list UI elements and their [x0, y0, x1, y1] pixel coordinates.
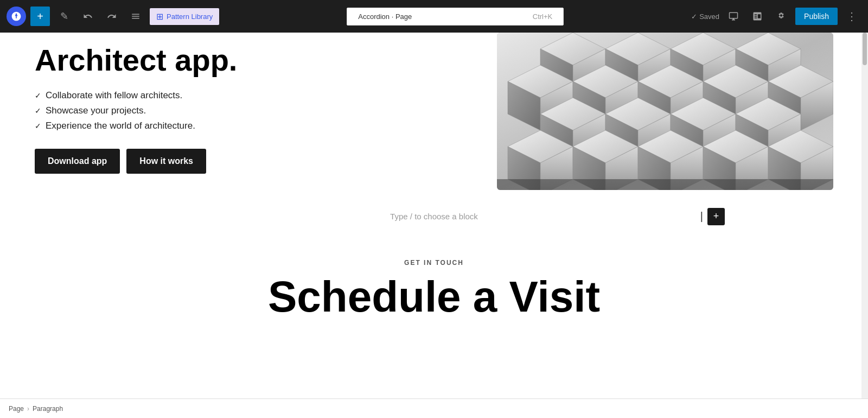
publish-button[interactable]: Publish [795, 8, 838, 25]
feature-text-1: Collaborate with fellow architects. [46, 90, 182, 101]
empty-block-area[interactable]: Type / to choose a block | + [35, 190, 833, 243]
check-icon-3: ✓ [35, 122, 41, 130]
section-title: Schedule a Visit [35, 275, 833, 319]
feature-item-1: ✓ Collaborate with fellow architects. [35, 90, 475, 101]
edit-tool-button[interactable]: ✎ [54, 7, 74, 26]
feature-text-3: Experience the world of architecture. [46, 121, 195, 131]
page-title-text: Accordion · Page [358, 12, 412, 21]
blocks-button[interactable] [748, 7, 767, 26]
check-icon-1: ✓ [35, 91, 41, 100]
undo-button[interactable] [78, 7, 98, 26]
hero-text: Architect app. ✓ Collaborate with fellow… [35, 43, 475, 174]
pattern-library-button[interactable]: ⊞ Pattern Library [150, 8, 219, 25]
add-block-button[interactable]: + [30, 7, 50, 26]
check-icon-2: ✓ [35, 106, 41, 115]
cta-buttons: Download app How it works [35, 149, 475, 174]
status-bar: Page › Paragraph [0, 398, 868, 418]
section-label: GET IN TOUCH [35, 259, 833, 267]
tools-button[interactable] [126, 7, 145, 26]
saved-status: ✓ Saved [691, 12, 719, 21]
feature-list: ✓ Collaborate with fellow architects. ✓ … [35, 90, 475, 131]
hero-section: Architect app. ✓ Collaborate with fellow… [35, 33, 833, 190]
keyboard-shortcut: Ctrl+K [533, 12, 552, 21]
wp-logo[interactable] [7, 7, 26, 26]
right-toolbar: ✓ Saved Publish ⋮ [691, 7, 861, 26]
breadcrumb-paragraph: Paragraph [33, 405, 63, 413]
cursor-indicator: | [700, 210, 703, 223]
center-area: Accordion · Page Ctrl+K [224, 8, 687, 26]
more-options-button[interactable]: ⋮ [842, 7, 861, 26]
hero-image [497, 33, 833, 190]
desktop-view-button[interactable] [724, 7, 743, 26]
feature-text-2: Showcase your projects. [46, 105, 146, 116]
breadcrumb-page[interactable]: Page [9, 405, 24, 413]
settings-button[interactable] [771, 7, 791, 26]
svg-rect-55 [497, 179, 833, 190]
toolbar: + ✎ ⊞ Pattern Library Accordion · Page C… [0, 0, 868, 33]
hero-title: Architect app. [35, 43, 475, 77]
feature-item-3: ✓ Experience the world of architecture. [35, 121, 475, 131]
how-it-works-button[interactable]: How it works [126, 149, 206, 174]
empty-block-placeholder: Type / to choose a block [390, 212, 478, 221]
scrollbar[interactable] [861, 33, 868, 418]
breadcrumb-separator: › [27, 405, 29, 413]
redo-button[interactable] [102, 7, 122, 26]
page-title-bar[interactable]: Accordion · Page Ctrl+K [347, 8, 564, 26]
pattern-library-label: Pattern Library [167, 12, 213, 21]
get-in-touch-section: GET IN TOUCH Schedule a Visit [35, 243, 833, 330]
add-block-inline-button[interactable]: + [707, 208, 725, 225]
pattern-library-icon: ⊞ [156, 11, 163, 22]
main-content: Architect app. ✓ Collaborate with fellow… [0, 33, 868, 398]
scrollbar-thumb[interactable] [863, 33, 867, 65]
download-app-button[interactable]: Download app [35, 149, 120, 174]
feature-item-2: ✓ Showcase your projects. [35, 105, 475, 116]
